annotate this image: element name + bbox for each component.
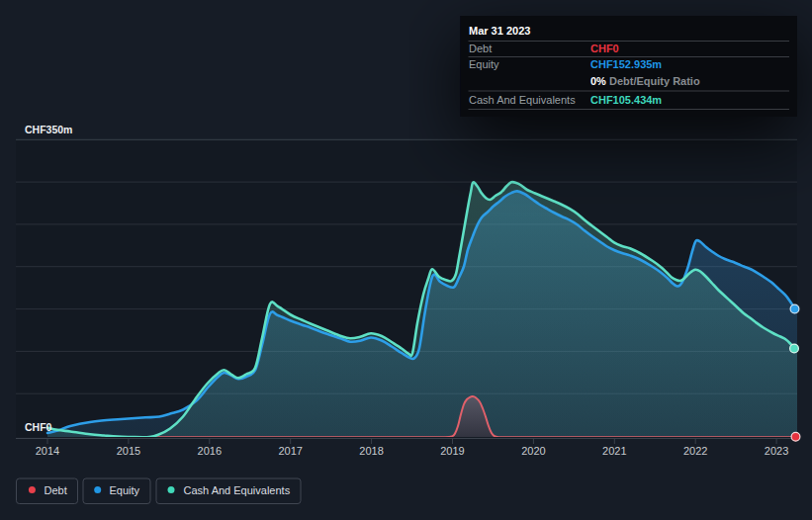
svg-text:CHF0: CHF0 (25, 421, 52, 433)
svg-text:2014: 2014 (36, 445, 59, 457)
svg-text:CHF350m: CHF350m (25, 124, 72, 135)
svg-text:Equity: Equity (469, 58, 499, 70)
svg-text:2019: 2019 (440, 445, 464, 457)
svg-text:Debt: Debt (45, 484, 67, 496)
svg-text:2022: 2022 (683, 445, 707, 457)
svg-text:2016: 2016 (198, 445, 222, 457)
svg-text:2023: 2023 (765, 445, 788, 457)
svg-text:CHF152.935m: CHF152.935m (590, 58, 662, 70)
svg-text:Mar 31 2023: Mar 31 2023 (469, 25, 530, 37)
svg-text:Cash And Equivalents: Cash And Equivalents (469, 94, 576, 106)
svg-text:2020: 2020 (521, 445, 545, 457)
svg-text:CHF0: CHF0 (590, 43, 619, 54)
svg-text:Debt: Debt (469, 43, 492, 54)
svg-text:2015: 2015 (117, 445, 140, 457)
svg-text:2018: 2018 (359, 445, 383, 457)
svg-text:2021: 2021 (602, 445, 626, 457)
svg-text:CHF105.434m: CHF105.434m (590, 94, 662, 106)
svg-text:0% Debt/Equity Ratio: 0% Debt/Equity Ratio (590, 75, 700, 87)
svg-text:Equity: Equity (110, 484, 140, 496)
svg-text:2017: 2017 (278, 445, 302, 457)
svg-text:Cash And Equivalents: Cash And Equivalents (184, 484, 291, 496)
